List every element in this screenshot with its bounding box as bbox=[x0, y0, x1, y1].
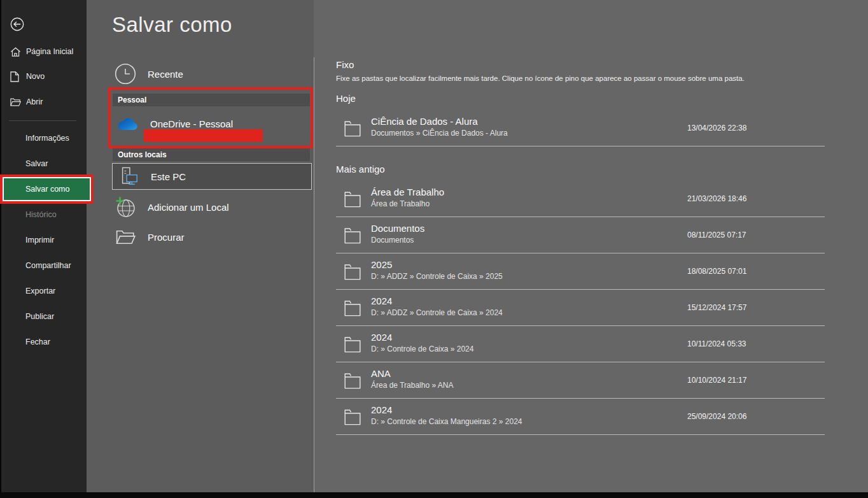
back-arrow-icon bbox=[9, 16, 25, 32]
folder-path: D: » Controle de Caixa Mangueiras 2 » 20… bbox=[371, 417, 522, 426]
sidebar-item-compartilhar[interactable]: Compartilhar bbox=[1, 253, 88, 278]
folder-icon bbox=[344, 227, 361, 244]
sidebar-item-fechar[interactable]: Fechar bbox=[1, 329, 88, 355]
folder-name: Área de Trabalho bbox=[371, 187, 444, 197]
folder-date: 13/04/2026 22:38 bbox=[687, 124, 746, 132]
pinned-section-description: Fixe as pastas que localizar facilmente … bbox=[336, 75, 745, 82]
open-folder-icon bbox=[10, 97, 21, 107]
sidebar-item-historico: Histórico bbox=[1, 202, 88, 227]
folder-row[interactable]: Documentos Documentos 08/11/2025 07:17 bbox=[336, 217, 825, 253]
folder-row[interactable]: ANA Área de Trabalho » ANA 10/10/2024 21… bbox=[336, 362, 825, 399]
folder-name: 2024 bbox=[371, 332, 392, 343]
folder-name: 2024 bbox=[371, 404, 392, 415]
folder-icon bbox=[344, 372, 361, 389]
folder-row[interactable]: 2024 D: » Controle de Caixa » 2024 10/11… bbox=[336, 326, 825, 362]
folder-date: 10/10/2024 21:17 bbox=[687, 376, 746, 385]
globe-plus-icon bbox=[115, 196, 136, 218]
browse-folder-icon bbox=[115, 229, 136, 245]
excel-backstage-save-as: Página Inicial Novo Abrir Informações Sa… bbox=[0, 0, 868, 498]
group-header-pessoal: Pessoal bbox=[113, 94, 310, 106]
folder-date: 25/09/2024 20:06 bbox=[687, 412, 746, 421]
save-locations-panel: Salvar como Recente Pessoal bbox=[87, 0, 314, 498]
back-button[interactable] bbox=[9, 16, 25, 32]
folder-name: Documentos bbox=[371, 223, 424, 234]
folder-row[interactable]: 2024 D: » Controle de Caixa Mangueiras 2… bbox=[336, 399, 825, 435]
new-document-icon bbox=[10, 71, 21, 82]
place-label: Procurar bbox=[148, 232, 185, 243]
place-adicionar-um-local[interactable]: Adicionar um Local bbox=[109, 194, 311, 220]
place-label: Recente bbox=[148, 69, 183, 80]
place-label: OneDrive - Pessoal bbox=[150, 118, 233, 129]
folder-path: Documentos » CiÊncia de Dados - Alura bbox=[371, 129, 508, 138]
place-procurar[interactable]: Procurar bbox=[109, 224, 311, 250]
page-title: Salvar como bbox=[112, 13, 232, 37]
place-label: Este PC bbox=[151, 171, 186, 182]
place-recente[interactable]: Recente bbox=[109, 60, 311, 87]
place-label: Adicionar um Local bbox=[148, 202, 229, 213]
backstage-sidebar: Página Inicial Novo Abrir Informações Sa… bbox=[0, 0, 87, 498]
sidebar-item-salvar[interactable]: Salvar bbox=[1, 151, 88, 176]
sidebar-item-salvar-como[interactable]: Salvar como bbox=[3, 177, 91, 201]
onedrive-cloud-icon bbox=[117, 118, 139, 131]
sidebar-item-label: Novo bbox=[26, 72, 45, 81]
today-section-title: Hoje bbox=[336, 93, 356, 104]
sidebar-item-pagina-inicial[interactable]: Página Inicial bbox=[1, 39, 88, 64]
window-bottom-edge bbox=[0, 492, 868, 498]
folder-icon bbox=[344, 190, 361, 208]
folder-path: Documentos bbox=[371, 236, 414, 245]
folder-icon bbox=[344, 263, 361, 280]
folder-name: CiÊncia de Dados - Alura bbox=[371, 116, 478, 127]
folder-path: D: » Controle de Caixa » 2024 bbox=[371, 345, 473, 353]
folder-path: D: » ADDZ » Controle de Caixa » 2024 bbox=[371, 308, 503, 317]
folder-path: Área de Trabalho » ANA bbox=[371, 381, 453, 390]
sidebar-item-abrir[interactable]: Abrir bbox=[1, 89, 88, 115]
group-header-outros-locais: Outros locais bbox=[113, 148, 310, 161]
sidebar-item-publicar[interactable]: Publicar bbox=[1, 304, 88, 329]
folder-row[interactable]: CiÊncia de Dados - Alura Documentos » Ci… bbox=[336, 110, 825, 146]
folder-date: 15/12/2024 17:57 bbox=[687, 303, 746, 312]
folder-date: 18/08/2025 07:01 bbox=[687, 267, 746, 276]
clock-icon bbox=[115, 63, 136, 85]
folder-date: 08/11/2025 07:17 bbox=[687, 231, 746, 239]
folder-icon bbox=[344, 336, 361, 353]
sidebar-item-novo[interactable]: Novo bbox=[1, 64, 88, 89]
sidebar-item-label: Abrir bbox=[26, 97, 43, 106]
panel-divider bbox=[314, 57, 314, 492]
folder-path: Área de Trabalho bbox=[371, 199, 430, 208]
folder-icon bbox=[344, 408, 361, 425]
folder-date: 21/03/2026 18:46 bbox=[687, 194, 746, 203]
folder-row[interactable]: Área de Trabalho Área de Trabalho 21/03/… bbox=[336, 181, 825, 217]
folder-row[interactable]: 2024 D: » ADDZ » Controle de Caixa » 202… bbox=[336, 290, 825, 326]
folder-row[interactable]: 2025 D: » ADDZ » Controle de Caixa » 202… bbox=[336, 253, 825, 290]
folder-path: D: » ADDZ » Controle de Caixa » 2025 bbox=[371, 272, 503, 281]
older-section-title: Mais antigo bbox=[336, 164, 385, 174]
sidebar-item-imprimir[interactable]: Imprimir bbox=[1, 227, 88, 253]
sidebar-item-exportar[interactable]: Exportar bbox=[1, 278, 88, 304]
folder-browser-panel: Fixo Fixe as pastas que localizar facilm… bbox=[314, 0, 868, 498]
folder-icon bbox=[344, 299, 361, 317]
this-pc-icon bbox=[118, 166, 139, 187]
folder-name: ANA bbox=[371, 368, 391, 379]
home-icon bbox=[10, 46, 21, 57]
pinned-section-title: Fixo bbox=[336, 59, 354, 70]
sidebar-item-label: Página Inicial bbox=[26, 47, 73, 56]
folder-name: 2025 bbox=[371, 259, 392, 270]
place-este-pc[interactable]: Este PC bbox=[112, 163, 312, 190]
folder-date: 10/11/2024 05:33 bbox=[687, 339, 746, 348]
sidebar-divider bbox=[9, 120, 76, 121]
folder-name: 2024 bbox=[371, 295, 392, 306]
annotation-highlight-box: Pessoal OneDrive - Pessoal bbox=[108, 87, 313, 148]
redacted-account-email bbox=[144, 129, 263, 142]
sidebar-item-informacoes[interactable]: Informações bbox=[1, 125, 88, 151]
folder-icon bbox=[344, 120, 361, 137]
